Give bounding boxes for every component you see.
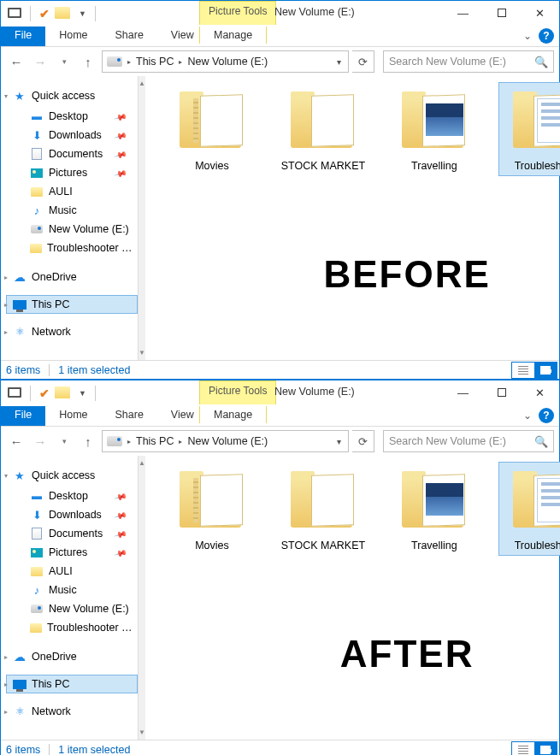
sidebar-desktop[interactable]: ▬ Desktop 📌 — [6, 107, 138, 126]
nav-scrollbar[interactable]: ▲ ▼ — [138, 76, 145, 360]
sidebar-onedrive[interactable]: ▸ ☁ OneDrive — [6, 647, 138, 666]
file-tab[interactable]: File — [1, 27, 45, 46]
home-tab[interactable]: Home — [45, 27, 101, 46]
sidebar-music[interactable]: ♪ Music — [6, 201, 138, 220]
folder-item[interactable]: ⇲ Troubleshoot — [499, 83, 560, 175]
picture-tools-contextual-tab[interactable]: Picture Tools — [199, 380, 276, 404]
content-pane[interactable]: Movies STOCK MARKET Travelling ⇲ Trouble… — [145, 76, 560, 360]
forward-button[interactable]: → — [30, 431, 50, 451]
select-toggle-icon[interactable]: ✔ — [36, 385, 50, 402]
share-tab[interactable]: Share — [102, 406, 157, 426]
search-icon[interactable]: 🔍 — [534, 435, 548, 448]
scroll-up-icon[interactable]: ▲ — [139, 76, 145, 91]
expand-ribbon-icon[interactable]: ⌄ — [523, 30, 532, 42]
folder-item[interactable]: Travelling — [388, 83, 480, 175]
address-dropdown-icon[interactable]: ▾ — [331, 437, 346, 446]
manage-tab[interactable]: Manage — [199, 406, 267, 423]
sidebar-downloads[interactable]: ⬇ Downloads 📌 — [6, 505, 138, 524]
breadcrumb-separator[interactable]: ▸ — [125, 438, 133, 445]
properties-icon[interactable] — [4, 6, 25, 22]
sidebar-quick-access[interactable]: ▾ ★ Quick access — [6, 466, 138, 485]
breadcrumb-current[interactable]: New Volume (E:) — [185, 55, 270, 68]
breadcrumb-current[interactable]: New Volume (E:) — [185, 434, 270, 448]
qat-dropdown-icon[interactable]: ▼ — [75, 387, 90, 399]
thumbnails-view-button[interactable] — [534, 363, 557, 378]
folder-item[interactable]: Movies — [166, 83, 258, 175]
share-tab[interactable]: Share — [102, 27, 157, 46]
address-bar[interactable]: ▸ This PC ▸ New Volume (E:) ▾ — [102, 50, 349, 73]
help-icon[interactable]: ? — [539, 28, 554, 44]
sidebar-auli[interactable]: AULI — [6, 182, 138, 201]
recent-locations-button[interactable]: ▾ — [54, 431, 74, 451]
folder-item[interactable]: ⇲ Troubleshoot — [499, 463, 560, 555]
sidebar-onedrive[interactable]: ▸ ☁ OneDrive — [6, 268, 138, 286]
maximize-button[interactable] — [482, 380, 521, 404]
folder-item[interactable]: STOCK MARKET — [277, 83, 369, 175]
sidebar-documents[interactable]: Documents 📌 — [6, 524, 138, 543]
breadcrumb-separator[interactable]: ▸ — [176, 58, 185, 66]
folder-item[interactable]: Travelling — [388, 463, 480, 555]
search-input[interactable] — [389, 56, 534, 68]
maximize-button[interactable] — [482, 1, 521, 25]
expand-ribbon-icon[interactable]: ⌄ — [523, 410, 532, 422]
picture-tools-contextual-tab[interactable]: Picture Tools — [199, 1, 276, 25]
sidebar-network[interactable]: ▸ ⚛ Network — [6, 702, 138, 721]
search-input[interactable] — [389, 435, 534, 447]
scroll-down-icon[interactable]: ▼ — [139, 725, 145, 740]
sidebar-auli[interactable]: AULI — [6, 562, 138, 581]
help-icon[interactable]: ? — [539, 408, 554, 423]
search-box[interactable]: 🔍 — [383, 50, 554, 73]
address-bar[interactable]: ▸ This PC ▸ New Volume (E:) ▾ — [102, 430, 349, 452]
properties-icon[interactable] — [4, 386, 25, 402]
refresh-button[interactable]: ⟳ — [352, 50, 374, 73]
title-bar[interactable]: ✔ ▼ Picture Tools New Volume (E:) — ✕ — [1, 380, 559, 406]
folder-item[interactable]: STOCK MARKET — [277, 463, 369, 555]
manage-tab[interactable]: Manage — [199, 27, 267, 44]
address-dropdown-icon[interactable]: ▾ — [331, 57, 346, 67]
minimize-button[interactable]: — — [444, 380, 482, 404]
new-folder-icon[interactable] — [51, 385, 74, 403]
nav-scrollbar[interactable]: ▲ ▼ — [138, 456, 145, 740]
sidebar-new-volume[interactable]: New Volume (E:) — [6, 220, 138, 239]
sidebar-desktop[interactable]: ▬ Desktop 📌 — [6, 487, 138, 505]
thumbnails-view-button[interactable] — [534, 742, 557, 756]
forward-button[interactable]: → — [30, 51, 50, 72]
sidebar-new-volume[interactable]: New Volume (E:) — [6, 599, 138, 618]
sidebar-quick-access[interactable]: ▾ ★ Quick access — [6, 86, 138, 105]
scroll-up-icon[interactable]: ▲ — [139, 456, 145, 470]
sidebar-pictures[interactable]: Pictures 📌 — [6, 163, 138, 182]
sidebar-downloads[interactable]: ⬇ Downloads 📌 — [6, 126, 138, 145]
up-button[interactable]: ↑ — [78, 431, 98, 451]
details-view-button[interactable] — [512, 742, 534, 756]
title-bar[interactable]: ✔ ▼ Picture Tools New Volume (E:) — ✕ — [1, 1, 559, 27]
up-button[interactable]: ↑ — [78, 51, 98, 72]
back-button[interactable]: ← — [6, 51, 27, 72]
new-folder-icon[interactable] — [51, 5, 74, 23]
sidebar-troubleshooter[interactable]: Troubleshooter Wizard — [6, 618, 138, 637]
file-tab[interactable]: File — [1, 406, 45, 426]
recent-locations-button[interactable]: ▾ — [54, 51, 74, 72]
close-button[interactable]: ✕ — [521, 380, 559, 404]
qat-dropdown-icon[interactable]: ▼ — [75, 8, 90, 20]
search-icon[interactable]: 🔍 — [534, 56, 548, 68]
search-box[interactable]: 🔍 — [383, 430, 554, 452]
sidebar-troubleshooter[interactable]: Troubleshooter Wizard — [6, 239, 138, 257]
sidebar-pictures[interactable]: Pictures 📌 — [6, 543, 138, 562]
breadcrumb-separator[interactable]: ▸ — [176, 438, 185, 445]
sidebar-this-pc[interactable]: ▸ This PC — [6, 295, 138, 314]
details-view-button[interactable] — [512, 363, 534, 378]
select-toggle-icon[interactable]: ✔ — [36, 5, 50, 22]
breadcrumb-separator[interactable]: ▸ — [125, 58, 133, 66]
close-button[interactable]: ✕ — [521, 1, 559, 25]
home-tab[interactable]: Home — [45, 406, 101, 426]
sidebar-documents[interactable]: Documents 📌 — [6, 145, 138, 163]
sidebar-network[interactable]: ▸ ⚛ Network — [6, 322, 138, 341]
content-pane[interactable]: Movies STOCK MARKET Travelling ⇲ Trouble… — [145, 456, 560, 740]
scroll-down-icon[interactable]: ▼ — [139, 345, 145, 360]
back-button[interactable]: ← — [6, 431, 27, 451]
folder-item[interactable]: Movies — [166, 463, 258, 555]
refresh-button[interactable]: ⟳ — [352, 430, 374, 452]
breadcrumb-this-pc[interactable]: This PC — [133, 434, 176, 448]
minimize-button[interactable]: — — [444, 1, 482, 25]
sidebar-this-pc[interactable]: ▸ This PC — [6, 675, 138, 693]
